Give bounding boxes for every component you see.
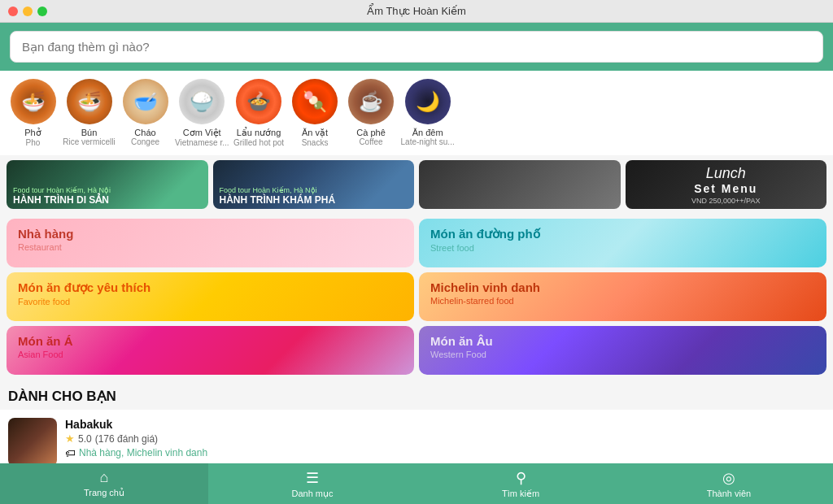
category-name: Phở	[24, 128, 41, 138]
banner-2-top: Food tour Hoàn Kiếm, Hà Nội	[220, 186, 336, 194]
traffic-lights	[8, 7, 47, 16]
card-restaurant[interactable]: Nhà hàng Restaurant	[7, 219, 414, 267]
member-icon: ◎	[722, 469, 735, 487]
banner-price: VND 250,000++/PAX	[691, 197, 760, 205]
card-restaurant-title: Nhà hàng	[18, 227, 403, 241]
category-name: Bún	[81, 128, 98, 137]
banner-1-main: HÀNH TRÌNH DI SẢN	[13, 194, 111, 206]
tag-icon: 🏷	[65, 447, 76, 459]
category-sub: Coffee	[359, 137, 382, 146]
nav-home-label: Trang chủ	[84, 488, 124, 498]
star-icon: ★	[65, 432, 75, 445]
banner-lunch[interactable]: Lunch Set Menu VND 250,000++/PAX	[626, 160, 827, 209]
card-western[interactable]: Món ăn Âu Western Food	[419, 326, 826, 375]
card-favorite-title: Món ăn được yêu thích	[18, 280, 403, 295]
banner-1-top: Food tour Hoàn Kiếm, Hà Nội	[13, 186, 111, 194]
search-bar	[0, 23, 833, 71]
card-michelin-title: Michelin vinh danh	[430, 280, 815, 294]
category-cards: Nhà hàng Restaurant Món ăn đường phố Str…	[0, 214, 833, 380]
banner-food[interactable]	[419, 160, 621, 209]
banner-2-main: HÀNH TRÌNH KHÁM PHÁ	[220, 194, 336, 206]
app-title: Ẩm Thực Hoàn Kiếm	[367, 5, 466, 17]
category-name: Cháo	[134, 128, 155, 137]
banner-set-menu: Set Menu	[694, 182, 757, 195]
nav-search[interactable]: ⚲ Tìm kiếm	[416, 463, 625, 504]
category-name: Lẩu nướng	[237, 128, 281, 138]
card-favorite[interactable]: Món ăn được yêu thích Favorite food	[7, 272, 414, 321]
restaurant-info: Habakuk ★ 5.0 (176 đánh giá) 🏷 Nhà hàng,…	[65, 418, 825, 459]
menu-icon: ☰	[306, 469, 319, 487]
card-michelin[interactable]: Michelin vinh danh Michelin-starred food	[419, 272, 826, 321]
category-sub: Pho	[26, 138, 41, 147]
nav-member[interactable]: ◎ Thành viên	[625, 463, 833, 504]
category-sub: Vietnamese r...	[175, 138, 229, 147]
category-item-chao[interactable]: 🥣CháoCongee	[119, 79, 172, 147]
category-name: Ăn đêm	[412, 128, 443, 137]
category-sub: Grilled hot pot	[233, 138, 284, 147]
tag-row: 🏷 Nhà hàng, Michelin vinh danh	[65, 447, 825, 459]
card-asian[interactable]: Món ăn Á Asian Food	[7, 326, 414, 375]
category-name: Cà phê	[356, 128, 385, 137]
banner-explore[interactable]: Food tour Hoàn Kiếm, Hà Nội HÀNH TRÌNH K…	[213, 160, 415, 209]
card-western-sub: Western Food	[430, 350, 815, 359]
for-you-title: DÀNH CHO BẠN	[8, 389, 116, 404]
category-sub: Congee	[131, 137, 159, 146]
category-item-com[interactable]: 🍚Cơm ViệtVietnamese r...	[175, 79, 229, 147]
card-streetfood[interactable]: Món ăn đường phố Street food	[419, 219, 826, 267]
category-item-andem[interactable]: 🌙Ăn đêmLate-night su...	[401, 79, 455, 147]
category-list: 🍜PhởPho🍜BúnRice vermicelli🥣CháoCongee🍚Cơ…	[0, 71, 833, 155]
nav-menu-label: Danh mục	[291, 489, 333, 499]
category-name: Cơm Việt	[183, 128, 221, 138]
card-streetfood-sub: Street food	[430, 243, 815, 253]
nav-search-label: Tìm kiếm	[502, 489, 539, 499]
titlebar: Ẩm Thực Hoàn Kiếm	[0, 0, 833, 23]
review-count: (176 đánh giá)	[95, 433, 158, 445]
rating-row: ★ 5.0 (176 đánh giá)	[65, 432, 825, 445]
category-name: Ăn vặt	[302, 128, 328, 138]
category-sub: Late-night su...	[401, 137, 455, 146]
main-content: 🍜PhởPho🍜BúnRice vermicelli🥣CháoCongee🍚Cơ…	[0, 23, 833, 504]
minimize-button[interactable]	[23, 7, 33, 16]
bottom-nav: ⌂ Trang chủ ☰ Danh mục ⚲ Tìm kiếm ◎ Thàn…	[0, 463, 833, 504]
nav-member-label: Thành viên	[707, 489, 751, 498]
restaurant-name: Habakuk	[65, 418, 825, 431]
search-input[interactable]	[10, 31, 823, 63]
nav-home[interactable]: ⌂ Trang chủ	[0, 463, 208, 504]
category-item-lau[interactable]: 🍲Lẩu nướngGrilled hot pot	[233, 79, 286, 147]
category-item-anvat[interactable]: 🍡Ăn vặtSnacks	[289, 79, 342, 147]
card-asian-sub: Asian Food	[18, 350, 403, 359]
card-asian-title: Món ăn Á	[18, 334, 403, 348]
banner-section: Food tour Hoàn Kiếm, Hà Nội HÀNH TRÌNH D…	[0, 155, 833, 214]
category-item-caphe[interactable]: ☕Cà phêCoffee	[345, 79, 398, 147]
close-button[interactable]	[8, 7, 18, 16]
card-streetfood-title: Món ăn đường phố	[430, 227, 815, 241]
home-icon: ⌂	[100, 469, 109, 486]
for-you-header: DÀNH CHO BẠN	[0, 380, 833, 410]
banner-lunch-title: Lunch	[706, 165, 746, 182]
category-sub: Snacks	[302, 138, 329, 147]
search-icon: ⚲	[516, 469, 526, 487]
card-western-title: Món ăn Âu	[430, 334, 815, 348]
card-restaurant-sub: Restaurant	[18, 242, 403, 252]
rating-value: 5.0	[78, 433, 92, 445]
category-item-pho[interactable]: 🍜PhởPho	[7, 79, 59, 147]
card-favorite-sub: Favorite food	[18, 297, 403, 306]
maximize-button[interactable]	[37, 7, 47, 16]
category-item-bun[interactable]: 🍜BúnRice vermicelli	[63, 79, 116, 147]
tag-text: Nhà hàng, Michelin vinh danh	[79, 447, 207, 459]
nav-menu[interactable]: ☰ Danh mục	[208, 463, 416, 504]
restaurant-thumb	[8, 418, 57, 467]
category-sub: Rice vermicelli	[63, 137, 115, 146]
card-michelin-sub: Michelin-starred food	[430, 296, 815, 306]
banner-heritage[interactable]: Food tour Hoàn Kiếm, Hà Nội HÀNH TRÌNH D…	[7, 160, 208, 209]
